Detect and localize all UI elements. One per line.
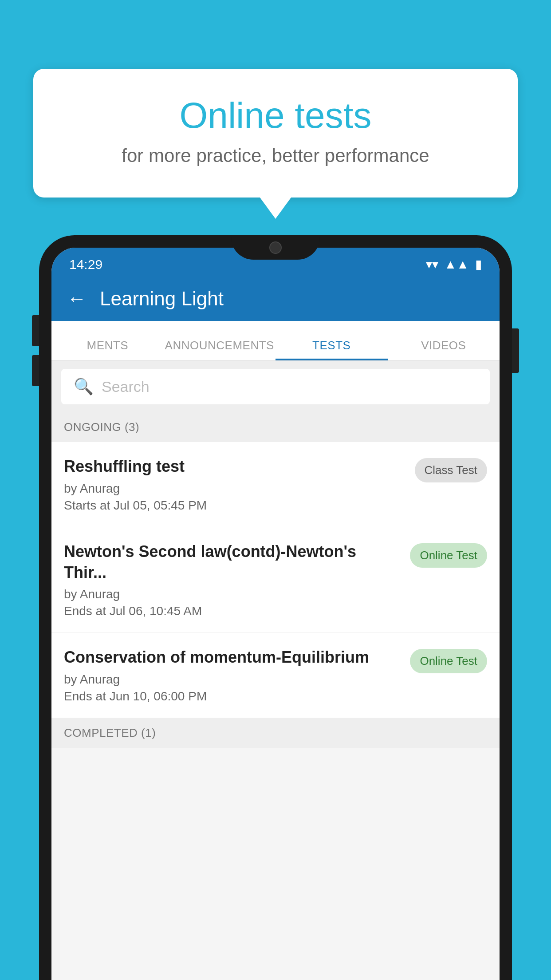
search-icon: 🔍 xyxy=(74,377,94,396)
tab-tests[interactable]: TESTS xyxy=(276,321,388,360)
tab-videos[interactable]: VIDEOS xyxy=(388,321,500,360)
ongoing-section-header: ONGOING (3) xyxy=(51,412,500,442)
test-item[interactable]: Newton's Second law(contd)-Newton's Thir… xyxy=(51,527,500,633)
status-time: 14:29 xyxy=(69,253,102,272)
test-item[interactable]: Reshuffling test by Anurag Starts at Jul… xyxy=(51,442,500,527)
test-badge-2: Online Test xyxy=(410,543,487,568)
phone-mockup: 14:29 ▾▾ ▲▲ ▮ ← Learning Light MENTS ANN… xyxy=(39,235,512,980)
phone-screen: 14:29 ▾▾ ▲▲ ▮ ← Learning Light MENTS ANN… xyxy=(51,248,500,980)
test-info-1: Reshuffling test by Anurag Starts at Jul… xyxy=(64,456,406,513)
search-placeholder: Search xyxy=(102,378,150,395)
app-title: Learning Light xyxy=(100,288,224,310)
promo-title: Online tests xyxy=(69,95,482,135)
volume-up-button xyxy=(32,315,39,346)
tab-bar: MENTS ANNOUNCEMENTS TESTS VIDEOS xyxy=(51,321,500,361)
battery-icon: ▮ xyxy=(475,257,482,272)
phone-frame: 14:29 ▾▾ ▲▲ ▮ ← Learning Light MENTS ANN… xyxy=(39,235,512,980)
test-name-3: Conservation of momentum-Equilibrium xyxy=(64,647,401,668)
test-badge-1: Class Test xyxy=(415,458,487,482)
test-date-2: Ends at Jul 06, 10:45 AM xyxy=(64,604,401,618)
test-name-2: Newton's Second law(contd)-Newton's Thir… xyxy=(64,541,401,583)
search-bar[interactable]: 🔍 Search xyxy=(61,369,490,404)
test-badge-3: Online Test xyxy=(410,649,487,673)
tests-list: Reshuffling test by Anurag Starts at Jul… xyxy=(51,442,500,718)
test-author-1: by Anurag xyxy=(64,482,406,496)
status-icons: ▾▾ ▲▲ ▮ xyxy=(426,253,482,272)
test-author-2: by Anurag xyxy=(64,587,401,601)
wifi-icon: ▾▾ xyxy=(426,257,438,272)
camera-dot xyxy=(269,241,282,254)
test-info-2: Newton's Second law(contd)-Newton's Thir… xyxy=(64,541,401,619)
promo-subtitle: for more practice, better performance xyxy=(69,145,482,166)
tab-announcements[interactable]: ANNOUNCEMENTS xyxy=(164,321,276,360)
volume-down-button xyxy=(32,355,39,386)
test-date-3: Ends at Jun 10, 06:00 PM xyxy=(64,689,401,703)
test-info-3: Conservation of momentum-Equilibrium by … xyxy=(64,647,401,703)
test-name-1: Reshuffling test xyxy=(64,456,406,477)
test-author-3: by Anurag xyxy=(64,672,401,687)
phone-notch xyxy=(231,235,320,260)
completed-section-header: COMPLETED (1) xyxy=(51,718,500,748)
tab-ments[interactable]: MENTS xyxy=(51,321,164,360)
test-date-1: Starts at Jul 05, 05:45 PM xyxy=(64,498,406,513)
search-container: 🔍 Search xyxy=(51,361,500,412)
signal-icon: ▲▲ xyxy=(445,257,469,272)
power-button xyxy=(512,328,519,373)
back-button[interactable]: ← xyxy=(67,289,87,308)
test-item[interactable]: Conservation of momentum-Equilibrium by … xyxy=(51,633,500,718)
promo-bubble: Online tests for more practice, better p… xyxy=(33,69,518,198)
app-header: ← Learning Light xyxy=(51,277,500,321)
